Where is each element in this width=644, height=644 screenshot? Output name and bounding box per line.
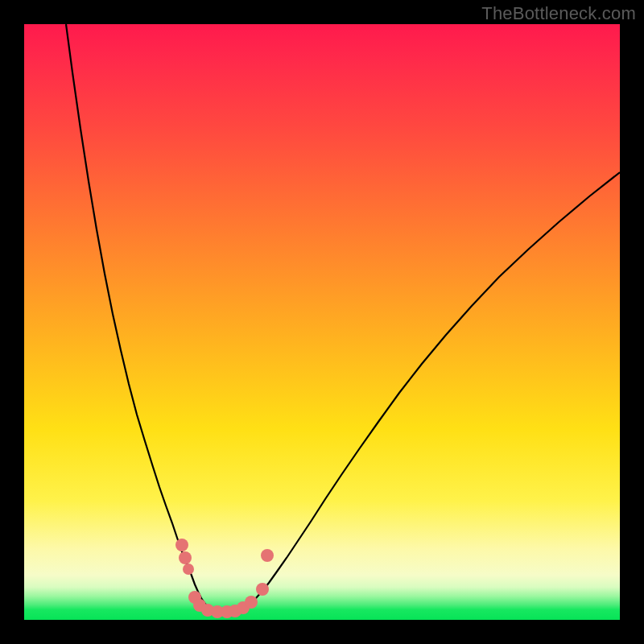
plot-area (24, 24, 620, 620)
watermark-text: TheBottleneck.com (481, 3, 636, 24)
curve-marker (245, 596, 258, 609)
curve-marker (261, 549, 274, 562)
bottleneck-curve (66, 24, 620, 612)
curve-marker (175, 539, 188, 551)
curve-markers (175, 539, 274, 618)
curve-marker (183, 564, 194, 575)
chart-frame: TheBottleneck.com (0, 0, 644, 644)
curve-marker (256, 583, 269, 596)
curve-marker (179, 551, 192, 564)
chart-svg (24, 24, 620, 620)
